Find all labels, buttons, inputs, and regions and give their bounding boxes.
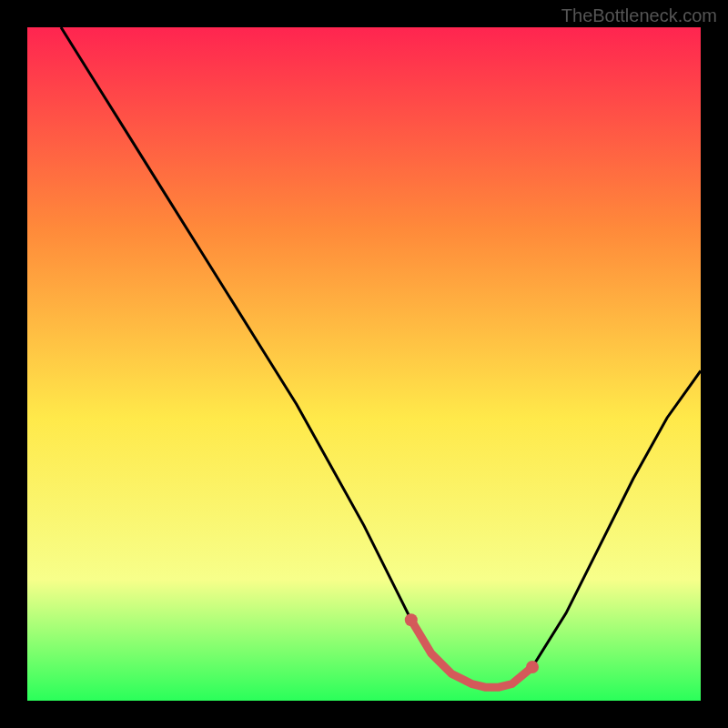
optimal-dot [405, 613, 418, 626]
chart-svg [27, 27, 701, 701]
watermark-text: TheBottleneck.com [561, 5, 717, 26]
optimal-dot [526, 661, 539, 673]
plot-area [27, 27, 701, 701]
chart-container: TheBottleneck.com [0, 0, 728, 728]
gradient-background [27, 27, 701, 701]
